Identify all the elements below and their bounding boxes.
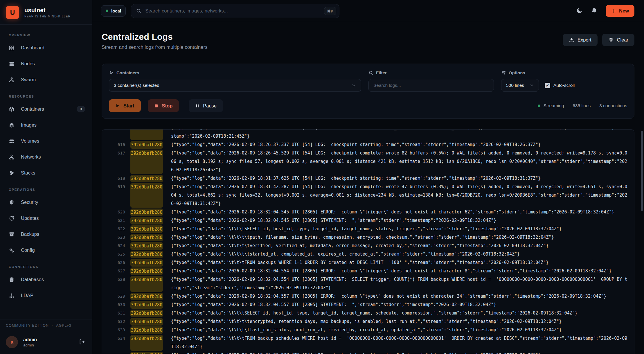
log-row: 622392d0bafb280{"type":"log","data":"\t\… xyxy=(115,225,634,233)
search-shortcut-badge: ⌘K xyxy=(324,7,337,15)
container-id-badge[interactable]: 392d0bafb280 xyxy=(130,234,163,241)
container-id-badge[interactable]: 392d0bafb280 xyxy=(130,352,163,354)
sidebar-item-updates[interactable]: Updates xyxy=(0,210,92,226)
sidebar-item-config[interactable]: Config xyxy=(0,242,92,258)
network-icon xyxy=(9,154,15,160)
streaming-status: Streaming xyxy=(538,103,564,108)
sidebar-item-networks[interactable]: Networks xyxy=(0,149,92,165)
log-line-number: 616 xyxy=(115,141,125,149)
start-button[interactable]: Start xyxy=(109,99,141,112)
env-label: local xyxy=(111,8,121,13)
log-panel[interactable]: 615392d0bafb280{"type":"log","data":"202… xyxy=(102,129,634,354)
container-id-badge[interactable]: 392d0bafb280 xyxy=(130,183,163,208)
scrollbar-thumb[interactable] xyxy=(641,131,643,211)
edition-label: COMMUNITY EDITION xyxy=(6,324,49,328)
container-id-badge[interactable]: 392d0bafb280 xyxy=(130,217,163,224)
log-line-number: 630 xyxy=(115,301,125,309)
container-id-badge[interactable]: 392d0bafb280 xyxy=(130,310,163,317)
sidebar-footer: COMMUNITY EDITION · AGPLv3 a admin admin xyxy=(0,319,92,354)
sidebar-item-swarm[interactable]: Swarm xyxy=(0,72,92,88)
sidebar-item-dashboard[interactable]: Dashboard xyxy=(0,40,92,56)
environment-badge[interactable]: local xyxy=(101,5,126,17)
sidebar-item-label: Dashboard xyxy=(21,45,44,51)
container-id-badge[interactable]: 392d0bafb280 xyxy=(130,129,163,140)
cube-icon xyxy=(9,106,15,112)
container-id-badge[interactable]: 392d0bafb280 xyxy=(130,259,163,267)
containers-select[interactable]: 3 container(s) selected xyxy=(109,79,361,92)
sidebar-item-label: Volumes xyxy=(21,138,39,144)
pause-button[interactable]: Pause xyxy=(189,99,223,112)
sidebar-item-nodes[interactable]: Nodes xyxy=(0,56,92,72)
container-id-badge[interactable]: 392d0bafb280 xyxy=(130,209,163,216)
app-logo[interactable]: U xyxy=(6,6,19,19)
app-name: usulnet xyxy=(24,7,71,14)
global-search[interactable]: ⌘K xyxy=(131,4,339,18)
log-line-number: 632 xyxy=(115,317,125,326)
search-icon xyxy=(136,8,141,14)
plus-icon xyxy=(611,8,616,14)
autoscroll-toggle[interactable]: Auto-scroll xyxy=(545,83,575,88)
sidebar-item-databases[interactable]: Databases xyxy=(0,272,92,287)
notifications-button[interactable] xyxy=(591,7,598,15)
play-icon xyxy=(115,103,120,108)
container-id-badge[interactable]: 392d0bafb280 xyxy=(130,150,163,174)
log-line-number: 626 xyxy=(115,258,125,267)
gears-icon xyxy=(9,247,15,253)
log-row: 631392d0bafb280{"type":"log","data":"\t\… xyxy=(115,309,634,317)
trash-icon xyxy=(608,37,614,43)
containers-select-value: 3 container(s) selected xyxy=(114,83,159,88)
page-content: Centralized Logs Stream and search logs … xyxy=(92,22,644,354)
log-row: 621392d0bafb280{"type":"log","data":"202… xyxy=(115,216,634,225)
container-id-badge[interactable]: 392d0bafb280 xyxy=(130,225,163,233)
lines-select[interactable]: 500 lines xyxy=(501,79,539,92)
sidebar-item-ldap[interactable]: LDAP xyxy=(0,287,92,303)
export-button[interactable]: Export xyxy=(563,34,598,46)
page-title: Centralized Logs xyxy=(102,32,208,42)
sidebar-item-security[interactable]: Security xyxy=(0,194,92,210)
logout-button[interactable] xyxy=(79,339,85,346)
log-line-number: 622 xyxy=(115,225,125,233)
new-button[interactable]: New xyxy=(606,5,634,17)
container-id-badge[interactable]: 392d0bafb280 xyxy=(130,301,163,309)
container-id-badge[interactable]: 392d0bafb280 xyxy=(130,175,163,182)
sidebar-item-containers[interactable]: Containers8 xyxy=(0,101,92,117)
sidebar-item-label: Images xyxy=(21,122,37,128)
container-id-badge[interactable]: 392d0bafb280 xyxy=(130,276,163,292)
container-id-badge[interactable]: 392d0bafb280 xyxy=(130,242,163,250)
clear-button[interactable]: Clear xyxy=(602,34,634,46)
container-id-badge[interactable]: 392d0bafb280 xyxy=(130,326,163,334)
container-id-badge[interactable]: 392d0bafb280 xyxy=(130,267,163,275)
log-line-number: 620 xyxy=(115,208,125,216)
search-input[interactable] xyxy=(145,8,320,14)
log-filter-input[interactable] xyxy=(368,79,494,92)
container-id-badge[interactable]: 392d0bafb280 xyxy=(130,318,163,326)
sidebar-item-images[interactable]: Images xyxy=(0,117,92,133)
log-message: {"type":"log","data":"2026-02-09 18:32:0… xyxy=(171,275,627,292)
topbar-actions: New xyxy=(576,5,634,17)
theme-toggle-button[interactable] xyxy=(576,7,583,15)
sidebar-item-stacks[interactable]: Stacks xyxy=(0,165,92,181)
stream-controls-row: Start Stop Pause Str xyxy=(109,99,627,112)
log-filter-label: Filter xyxy=(376,70,387,75)
search-icon xyxy=(368,70,373,75)
log-row: 635392d0bafb280{"type":"log","data":"202… xyxy=(115,351,634,354)
user-row[interactable]: a admin admin xyxy=(0,332,92,354)
container-id-badge[interactable]: 392d0bafb280 xyxy=(130,335,163,351)
sidebar-item-volumes[interactable]: Volumes xyxy=(0,133,92,149)
log-line-number: 633 xyxy=(115,326,125,334)
container-id-badge[interactable]: 392d0bafb280 xyxy=(130,251,163,258)
container-id-badge[interactable]: 392d0bafb280 xyxy=(130,293,163,300)
sidebar: U usulnet FEAR IS THE MIND-KILLER OVERVI… xyxy=(0,0,92,354)
autoscroll-checkbox[interactable] xyxy=(545,83,550,88)
filters-row: Containers 3 container(s) selected xyxy=(109,70,627,92)
log-message: {"type":"log","data":"2026-02-09 18:32:0… xyxy=(171,267,627,275)
log-message: {"type":"log","data":"2026-02-09 18:31:4… xyxy=(171,183,627,208)
container-id-badge[interactable]: 392d0bafb280 xyxy=(130,141,163,149)
connections-count: 3 connections xyxy=(599,103,627,108)
log-line-number: 631 xyxy=(115,309,125,317)
env-status-dot xyxy=(106,10,108,12)
log-message: {"type":"log","data":"\t\t\tSELECT id, h… xyxy=(171,309,627,317)
server-icon xyxy=(9,61,15,67)
stop-button[interactable]: Stop xyxy=(148,99,179,112)
sidebar-item-backups[interactable]: Backups xyxy=(0,226,92,242)
